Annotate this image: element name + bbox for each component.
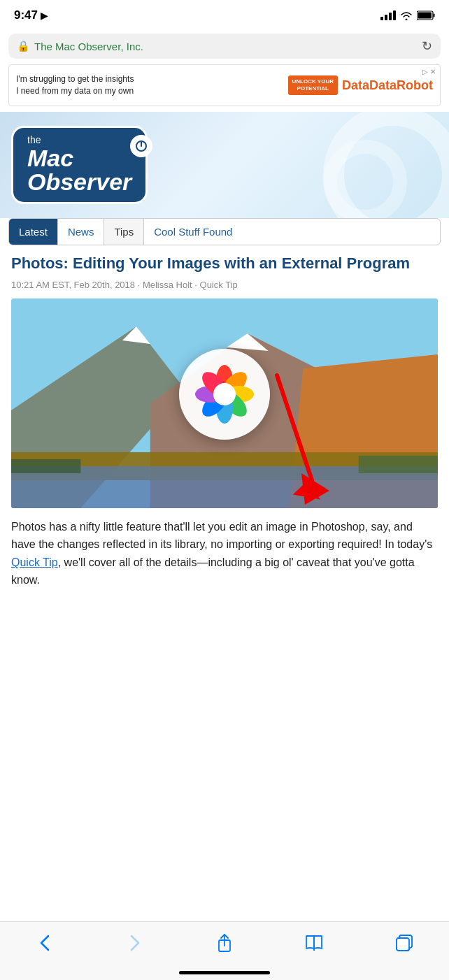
forward-button[interactable] (114, 928, 156, 958)
article-meta: 10:21 AM EST, Feb 20th, 2018 · Melissa H… (11, 280, 438, 290)
red-arrow-annotation (256, 368, 354, 508)
forward-icon (130, 935, 140, 951)
tabs-icon (395, 934, 413, 952)
home-indicator (179, 971, 270, 974)
tab-cool-stuff-found[interactable]: Cool Stuff Found (144, 219, 242, 245)
reload-button[interactable]: ↻ (422, 38, 432, 54)
article-title: Photos: Editing Your Images with an Exte… (11, 254, 438, 274)
share-icon (216, 933, 233, 953)
back-icon (40, 935, 50, 951)
share-button[interactable] (204, 928, 245, 958)
ad-banner: ▷ ✕ I'm struggling to get the insights I… (8, 64, 441, 106)
address-bar[interactable]: 🔒 The Mac Observer, Inc. ↻ (8, 34, 441, 59)
url-text: The Mac Observer, Inc. (34, 41, 143, 52)
ad-cta-button[interactable]: UNLOCK YOUR POTENTIAL (288, 75, 338, 94)
wifi-icon (400, 10, 413, 20)
logo-badge: the Mac Observer (11, 126, 148, 204)
tabs-button[interactable] (383, 928, 425, 958)
svg-line-24 (277, 375, 312, 480)
article-body-text-2: , we'll cover all of the details—includi… (11, 556, 415, 586)
logo-bg-decoration-2 (323, 140, 407, 218)
location-icon: ▶ (41, 10, 48, 21)
ad-corner-icons: ▷ ✕ (422, 68, 436, 75)
signal-bars (380, 10, 396, 20)
bookmarks-button[interactable] (293, 928, 335, 958)
ad-brand: UNLOCK YOUR POTENTIAL DataDataRobot (288, 75, 433, 94)
svg-rect-13 (11, 459, 80, 473)
article-body: Photos has a nifty little feature that'l… (11, 518, 438, 589)
back-button[interactable] (24, 928, 66, 958)
ad-play-icon: ▷ (422, 68, 428, 75)
svg-rect-1 (434, 14, 435, 17)
quick-tip-link[interactable]: Quick Tip (11, 556, 58, 568)
logo-the: the (27, 135, 131, 145)
address-url: 🔒 The Mac Observer, Inc. (17, 40, 143, 52)
logo-bg-decoration (323, 112, 449, 218)
tab-latest[interactable]: Latest (9, 219, 58, 245)
status-icons (380, 10, 435, 20)
article-hero-image (11, 298, 438, 508)
status-bar: 9:47 ▶ (0, 0, 449, 31)
svg-rect-32 (397, 938, 409, 951)
ad-text: I'm struggling to get the insights I nee… (16, 73, 134, 97)
svg-marker-26 (301, 473, 329, 505)
status-time: 9:47 ▶ (14, 8, 48, 22)
article-body-text-1: Photos has a nifty little feature that'l… (11, 521, 432, 551)
logo-observer: Observer (27, 170, 131, 194)
svg-rect-2 (418, 13, 432, 19)
article-area: Photos: Editing Your Images with an Exte… (0, 254, 449, 589)
logo-mac: Mac (27, 146, 131, 170)
bottom-spacer (0, 589, 449, 659)
time-label: 9:47 (14, 8, 38, 22)
ad-brand-name: DataDataRobot (342, 78, 433, 93)
svg-rect-14 (359, 456, 438, 473)
logo-area: the Mac Observer (0, 112, 449, 218)
tabs-bar: Latest News Tips Cool Stuff Found (8, 218, 441, 245)
bookmarks-icon (305, 933, 323, 953)
lock-icon: 🔒 (17, 40, 30, 52)
tab-news[interactable]: News (58, 219, 105, 245)
svg-point-23 (213, 383, 236, 405)
tab-tips[interactable]: Tips (104, 219, 144, 245)
logo-power-icon (130, 135, 152, 157)
ad-close-icon[interactable]: ✕ (430, 68, 436, 75)
battery-icon (417, 10, 435, 20)
